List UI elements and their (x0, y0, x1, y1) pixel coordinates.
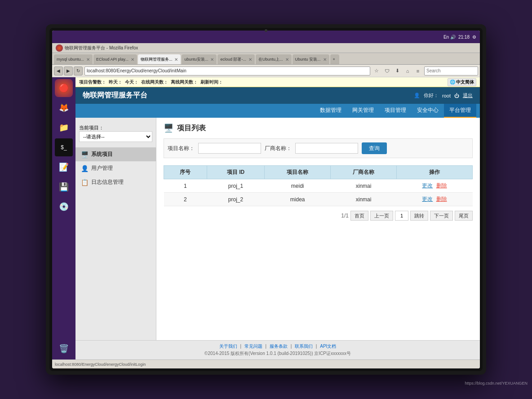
dock-disk1[interactable]: 💾 (55, 178, 73, 196)
tab-ecloud-api[interactable]: ECloud API play... ✕ (93, 54, 137, 64)
ubuntu-taskbar: En 🔊 21:18 ⚙ (52, 31, 480, 43)
power-icon: ⏻ (454, 93, 459, 98)
tab-ubuntu-close[interactable]: ✕ (210, 57, 214, 62)
nav-project-mgmt[interactable]: 项目管理 (379, 104, 412, 118)
row2-actions: 更改 删除 (397, 193, 473, 206)
search-form: 项目名称： 厂商名称： 查询 (164, 138, 473, 158)
tab-new[interactable]: + (330, 54, 339, 64)
tab-ubuntu3-label: Ubuntu 安装... (295, 57, 321, 62)
screen: En 🔊 21:18 ⚙ 物联网管理服务平台 - Mozilla Firefox… (52, 31, 480, 368)
sidebar-item-log-mgmt-label: 日志信息管理 (91, 178, 124, 186)
logout-link[interactable]: 退出 (463, 92, 473, 99)
files-icon: 📁 (59, 123, 69, 133)
footer-terms[interactable]: 服务条款 (270, 344, 288, 349)
row2-delete-link[interactable]: 删除 (436, 196, 447, 202)
app-title: 物联网管理服务平台 (83, 91, 147, 100)
download-icon[interactable]: ⬇ (393, 66, 402, 75)
tab-ecloud-api-close[interactable]: ✕ (131, 57, 134, 62)
nav-buttons: ◀ ▶ ↻ (54, 66, 83, 75)
dock-firefox[interactable]: 🦊 (55, 99, 73, 117)
first-page-button[interactable]: 首页 (350, 211, 368, 221)
ubuntu-icon (56, 44, 63, 52)
lang-label: 中文简体 (456, 79, 474, 85)
menu-icon[interactable]: ≡ (413, 66, 422, 75)
tab-mysql-label: mysql ubuntu... (57, 57, 84, 62)
footer-api[interactable]: API文档 (320, 344, 336, 349)
table-row: 2 proj_2 midea xinmai 更改 删除 (164, 193, 473, 206)
tab-ecloud-deploy-close[interactable]: ✕ (248, 57, 252, 62)
info-bar-online: 在线网关数： (141, 79, 168, 85)
tab-bar: mysql ubuntu... ✕ ECloud API play... ✕ 物… (52, 53, 480, 65)
tab-ubuntu2[interactable]: 在Ubuntu上... ✕ (256, 54, 292, 64)
dock-disk2[interactable]: 💿 (55, 198, 73, 216)
bookmark-icon[interactable]: ☆ (372, 66, 381, 75)
sidebar-item-user-mgmt[interactable]: 👤 用户管理 (75, 161, 156, 175)
ubuntu-dock: 🔴 🦊 📁 $_ 📝 💾 (52, 77, 75, 359)
tab-mysql-close[interactable]: ✕ (86, 57, 90, 62)
tab-ubuntu[interactable]: ubuntu安装... ✕ (182, 54, 217, 64)
footer-faq[interactable]: 常见问题 (244, 344, 262, 349)
shield-icon[interactable]: 🛡 (382, 66, 391, 75)
status-bar: localhost:8080/EnergyCloud/energyCloud/i… (52, 359, 480, 368)
dock-files[interactable]: 📁 (55, 119, 73, 137)
page-number-input[interactable] (395, 211, 408, 221)
tab-ubuntu3[interactable]: Ubuntu 安装... ✕ (293, 54, 329, 64)
tab-ubuntu3-close[interactable]: ✕ (323, 57, 327, 62)
settings-icon[interactable]: ⚙ (472, 35, 476, 40)
dock-terminal[interactable]: $_ (55, 138, 73, 156)
footer-contact[interactable]: 联系我们 (295, 344, 313, 349)
info-bar-prefix: 项目告警数： (79, 79, 106, 85)
row1-actions: 更改 删除 (397, 179, 473, 193)
sidebar-item-log-mgmt[interactable]: 📋 日志信息管理 (75, 175, 156, 189)
nav-gateway-mgmt[interactable]: 网关管理 (347, 104, 379, 118)
footer-about[interactable]: 关于我们 (219, 344, 237, 349)
project-select[interactable]: --请选择-- (79, 131, 152, 142)
prev-page-button[interactable]: 上一页 (370, 211, 393, 221)
row1-seq: 1 (164, 179, 207, 193)
username: root (442, 93, 451, 98)
nav-platform-mgmt[interactable]: 平台管理 (444, 104, 476, 118)
refresh-button[interactable]: ↻ (74, 66, 83, 75)
system-project-icon: 🖥️ (81, 151, 89, 158)
camera (265, 29, 267, 32)
vendor-name-input[interactable] (295, 143, 358, 154)
dock-ubuntu[interactable]: 🔴 (55, 79, 73, 97)
row2-edit-link[interactable]: 更改 (422, 196, 433, 202)
nav-security-center[interactable]: 安全中心 (412, 104, 444, 118)
search-input[interactable] (424, 66, 478, 75)
dock-text-editor[interactable]: 📝 (55, 158, 73, 176)
page-title: 项目列表 (177, 124, 206, 133)
tab-ecloud-deploy[interactable]: ecloud 部署-... ✕ (217, 54, 255, 64)
dock-trash[interactable]: 🗑️ (55, 340, 73, 358)
col-project-id: 项目 ID (207, 166, 264, 179)
tab-ecloud-deploy-label: ecloud 部署-... (220, 57, 246, 62)
project-name-input[interactable] (198, 143, 261, 154)
row1-delete-link[interactable]: 删除 (436, 182, 447, 189)
lang-button[interactable]: 🌐 中文简体 (448, 78, 476, 86)
row1-edit-link[interactable]: 更改 (422, 182, 433, 189)
sidebar-item-system-project[interactable]: 🖥️ 系统项目 (75, 147, 156, 161)
back-button[interactable]: ◀ (54, 66, 63, 75)
info-bar-refresh: 刷新时间： (200, 79, 223, 85)
address-input[interactable] (84, 66, 370, 75)
info-bar-today: 今天： (125, 79, 138, 85)
jump-button[interactable]: 跳转 (410, 211, 428, 221)
sidebar: 当前项目： --请选择-- 🖥️ 系统项目 👤 (75, 118, 156, 340)
last-page-button[interactable]: 尾页 (455, 211, 473, 221)
row2-project-name: midea (265, 193, 331, 206)
main-content: 🔴 🦊 📁 $_ 📝 💾 (52, 77, 480, 359)
tab-ubuntu2-close[interactable]: ✕ (285, 57, 289, 62)
tab-iot[interactable]: 物联网管理服务... ✕ (138, 54, 181, 64)
search-button[interactable]: 查询 (362, 142, 387, 154)
tab-iot-close[interactable]: ✕ (174, 57, 178, 62)
table-row: 1 proj_1 meidi xinmai 更改 删除 (164, 179, 473, 193)
nav-data-mgmt[interactable]: 数据管理 (315, 104, 347, 118)
page-info: 1/1 (341, 213, 349, 219)
firefox-icon: 🦊 (59, 103, 69, 113)
home-icon[interactable]: ⌂ (403, 66, 412, 75)
tab-mysql[interactable]: mysql ubuntu... ✕ (54, 54, 93, 64)
info-bar: 项目告警数： 昨天： 今天： 在线网关数： 离线网关数： 刷新时间： 🌐 中文简… (75, 77, 480, 87)
footer-copyright: ©2014-2015 版权所有(Version 1.0.1 (build-201… (78, 350, 477, 357)
forward-button[interactable]: ▶ (64, 66, 73, 75)
next-page-button[interactable]: 下一页 (430, 211, 453, 221)
